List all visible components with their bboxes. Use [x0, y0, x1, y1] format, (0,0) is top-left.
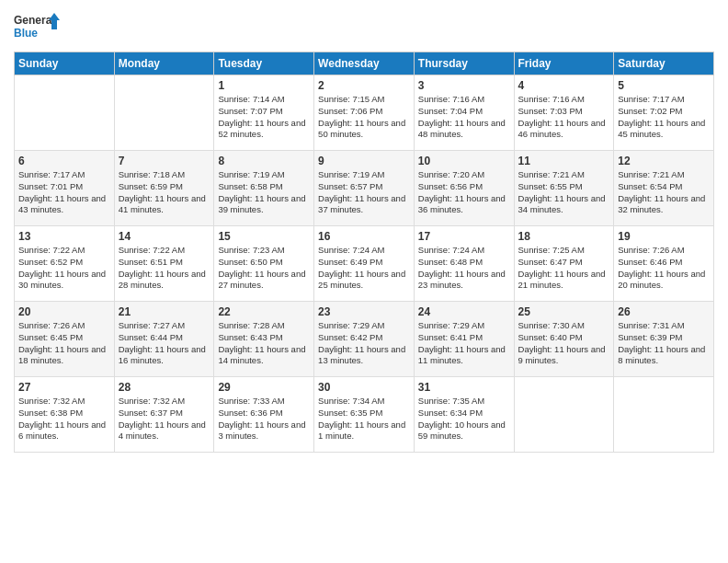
day-info: Sunrise: 7:27 AM Sunset: 6:44 PM Dayligh… — [119, 320, 210, 367]
header-monday: Monday — [114, 52, 214, 75]
cell-week5-day2: 29Sunrise: 7:33 AM Sunset: 6:36 PM Dayli… — [214, 377, 314, 453]
cell-week3-day3: 16Sunrise: 7:24 AM Sunset: 6:49 PM Dayli… — [314, 226, 415, 302]
day-info: Sunrise: 7:31 AM Sunset: 6:39 PM Dayligh… — [618, 320, 710, 367]
cell-week2-day2: 8Sunrise: 7:19 AM Sunset: 6:58 PM Daylig… — [214, 151, 314, 226]
header-wednesday: Wednesday — [314, 52, 415, 75]
day-info: Sunrise: 7:34 AM Sunset: 6:35 PM Dayligh… — [318, 396, 410, 442]
cell-week4-day0: 20Sunrise: 7:26 AM Sunset: 6:45 PM Dayli… — [15, 302, 115, 377]
day-number: 29 — [218, 381, 310, 394]
cell-week2-day1: 7Sunrise: 7:18 AM Sunset: 6:59 PM Daylig… — [114, 151, 214, 226]
day-info: Sunrise: 7:19 AM Sunset: 6:57 PM Dayligh… — [318, 169, 410, 216]
day-info: Sunrise: 7:15 AM Sunset: 7:06 PM Dayligh… — [318, 94, 410, 141]
logo-svg: General Blue — [14, 9, 60, 44]
cell-week3-day4: 17Sunrise: 7:24 AM Sunset: 6:48 PM Dayli… — [414, 226, 514, 302]
cell-week3-day6: 19Sunrise: 7:26 AM Sunset: 6:46 PM Dayli… — [614, 226, 714, 302]
day-number: 11 — [518, 155, 610, 167]
day-info: Sunrise: 7:29 AM Sunset: 6:41 PM Dayligh… — [418, 320, 510, 367]
cell-week5-day6 — [614, 377, 714, 453]
header-tuesday: Tuesday — [214, 52, 314, 75]
cell-week1-day1 — [114, 75, 214, 151]
day-number: 2 — [318, 79, 410, 92]
header-sunday: Sunday — [15, 52, 115, 75]
day-info: Sunrise: 7:21 AM Sunset: 6:55 PM Dayligh… — [518, 169, 610, 216]
day-info: Sunrise: 7:24 AM Sunset: 6:48 PM Dayligh… — [418, 245, 510, 292]
cell-week2-day4: 10Sunrise: 7:20 AM Sunset: 6:56 PM Dayli… — [414, 151, 514, 226]
cell-week1-day6: 5Sunrise: 7:17 AM Sunset: 7:02 PM Daylig… — [614, 75, 714, 151]
cell-week4-day1: 21Sunrise: 7:27 AM Sunset: 6:44 PM Dayli… — [114, 302, 214, 377]
day-info: Sunrise: 7:26 AM Sunset: 6:46 PM Dayligh… — [618, 245, 710, 292]
day-number: 12 — [618, 155, 710, 167]
header-saturday: Saturday — [614, 52, 714, 75]
day-number: 18 — [518, 230, 610, 243]
day-info: Sunrise: 7:16 AM Sunset: 7:04 PM Dayligh… — [418, 94, 510, 141]
header: General Blue — [14, 9, 714, 44]
svg-text:Blue: Blue — [14, 27, 38, 40]
day-info: Sunrise: 7:30 AM Sunset: 6:40 PM Dayligh… — [518, 320, 610, 367]
cell-week1-day4: 3Sunrise: 7:16 AM Sunset: 7:04 PM Daylig… — [414, 75, 514, 151]
day-number: 3 — [418, 79, 510, 92]
day-number: 24 — [418, 305, 510, 318]
day-number: 30 — [318, 381, 410, 394]
cell-week4-day3: 23Sunrise: 7:29 AM Sunset: 6:42 PM Dayli… — [314, 302, 415, 377]
cell-week5-day0: 27Sunrise: 7:32 AM Sunset: 6:38 PM Dayli… — [15, 377, 115, 453]
cell-week1-day5: 4Sunrise: 7:16 AM Sunset: 7:03 PM Daylig… — [514, 75, 614, 151]
day-number: 9 — [318, 155, 410, 167]
day-number: 27 — [18, 381, 110, 394]
day-info: Sunrise: 7:17 AM Sunset: 7:02 PM Dayligh… — [618, 94, 710, 141]
cell-week1-day0 — [15, 75, 115, 151]
cell-week2-day0: 6Sunrise: 7:17 AM Sunset: 7:01 PM Daylig… — [15, 151, 115, 226]
cell-week5-day4: 31Sunrise: 7:35 AM Sunset: 6:34 PM Dayli… — [414, 377, 514, 453]
cell-week2-day3: 9Sunrise: 7:19 AM Sunset: 6:57 PM Daylig… — [314, 151, 415, 226]
day-info: Sunrise: 7:35 AM Sunset: 6:34 PM Dayligh… — [418, 396, 510, 442]
day-number: 20 — [18, 305, 110, 318]
cell-week5-day5 — [514, 377, 614, 453]
day-number: 31 — [418, 381, 510, 394]
week-row-1: 1Sunrise: 7:14 AM Sunset: 7:07 PM Daylig… — [15, 75, 714, 151]
day-number: 15 — [218, 230, 310, 243]
day-info: Sunrise: 7:22 AM Sunset: 6:51 PM Dayligh… — [119, 245, 210, 292]
day-number: 8 — [218, 155, 310, 167]
day-number: 1 — [218, 79, 310, 92]
day-number: 10 — [418, 155, 510, 167]
cell-week2-day5: 11Sunrise: 7:21 AM Sunset: 6:55 PM Dayli… — [514, 151, 614, 226]
week-row-3: 13Sunrise: 7:22 AM Sunset: 6:52 PM Dayli… — [15, 226, 714, 302]
day-info: Sunrise: 7:17 AM Sunset: 7:01 PM Dayligh… — [18, 169, 110, 216]
day-info: Sunrise: 7:29 AM Sunset: 6:42 PM Dayligh… — [318, 320, 410, 367]
day-number: 17 — [418, 230, 510, 243]
header-thursday: Thursday — [414, 52, 514, 75]
day-info: Sunrise: 7:23 AM Sunset: 6:50 PM Dayligh… — [218, 245, 310, 292]
cell-week3-day0: 13Sunrise: 7:22 AM Sunset: 6:52 PM Dayli… — [15, 226, 115, 302]
week-row-2: 6Sunrise: 7:17 AM Sunset: 7:01 PM Daylig… — [15, 151, 714, 226]
cell-week5-day1: 28Sunrise: 7:32 AM Sunset: 6:37 PM Dayli… — [114, 377, 214, 453]
week-row-4: 20Sunrise: 7:26 AM Sunset: 6:45 PM Dayli… — [15, 302, 714, 377]
day-info: Sunrise: 7:18 AM Sunset: 6:59 PM Dayligh… — [119, 169, 210, 216]
day-info: Sunrise: 7:24 AM Sunset: 6:49 PM Dayligh… — [318, 245, 410, 292]
logo: General Blue — [14, 9, 60, 44]
day-number: 26 — [618, 305, 710, 318]
day-info: Sunrise: 7:14 AM Sunset: 7:07 PM Dayligh… — [218, 94, 310, 141]
day-number: 7 — [119, 155, 210, 167]
cell-week1-day3: 2Sunrise: 7:15 AM Sunset: 7:06 PM Daylig… — [314, 75, 415, 151]
day-number: 13 — [18, 230, 110, 243]
cell-week3-day1: 14Sunrise: 7:22 AM Sunset: 6:51 PM Dayli… — [114, 226, 214, 302]
day-number: 22 — [218, 305, 310, 318]
day-info: Sunrise: 7:16 AM Sunset: 7:03 PM Dayligh… — [518, 94, 610, 141]
day-info: Sunrise: 7:33 AM Sunset: 6:36 PM Dayligh… — [218, 396, 310, 442]
day-number: 6 — [18, 155, 110, 167]
day-info: Sunrise: 7:25 AM Sunset: 6:47 PM Dayligh… — [518, 245, 610, 292]
header-friday: Friday — [514, 52, 614, 75]
week-row-5: 27Sunrise: 7:32 AM Sunset: 6:38 PM Dayli… — [15, 377, 714, 453]
day-number: 4 — [518, 79, 610, 92]
day-number: 21 — [119, 305, 210, 318]
day-number: 14 — [119, 230, 210, 243]
day-number: 25 — [518, 305, 610, 318]
calendar-header-row: SundayMondayTuesdayWednesdayThursdayFrid… — [15, 52, 714, 75]
day-number: 5 — [618, 79, 710, 92]
cell-week4-day6: 26Sunrise: 7:31 AM Sunset: 6:39 PM Dayli… — [614, 302, 714, 377]
cell-week2-day6: 12Sunrise: 7:21 AM Sunset: 6:54 PM Dayli… — [614, 151, 714, 226]
day-info: Sunrise: 7:28 AM Sunset: 6:43 PM Dayligh… — [218, 320, 310, 367]
cell-week4-day5: 25Sunrise: 7:30 AM Sunset: 6:40 PM Dayli… — [514, 302, 614, 377]
day-number: 16 — [318, 230, 410, 243]
day-number: 28 — [119, 381, 210, 394]
cell-week4-day4: 24Sunrise: 7:29 AM Sunset: 6:41 PM Dayli… — [414, 302, 514, 377]
